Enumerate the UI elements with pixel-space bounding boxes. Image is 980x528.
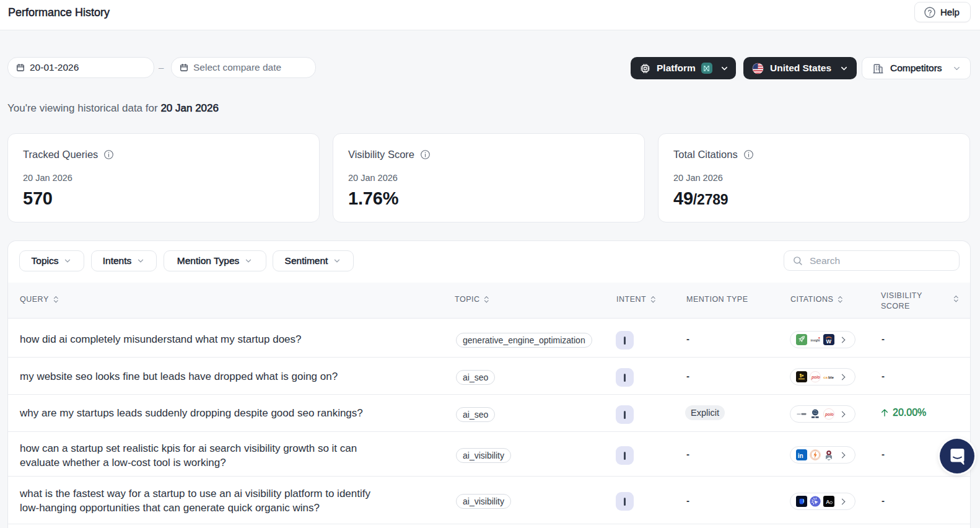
svg-text:ca: ca: [823, 375, 828, 379]
svg-text:W: W: [826, 338, 832, 345]
svg-text:A: A: [826, 499, 829, 505]
svg-text:ble: ble: [828, 375, 834, 379]
svg-text:insight: insight: [811, 339, 821, 342]
svg-text:polo: polo: [825, 412, 834, 417]
svg-text:in: in: [798, 452, 803, 459]
svg-text:polo: polo: [811, 375, 820, 380]
